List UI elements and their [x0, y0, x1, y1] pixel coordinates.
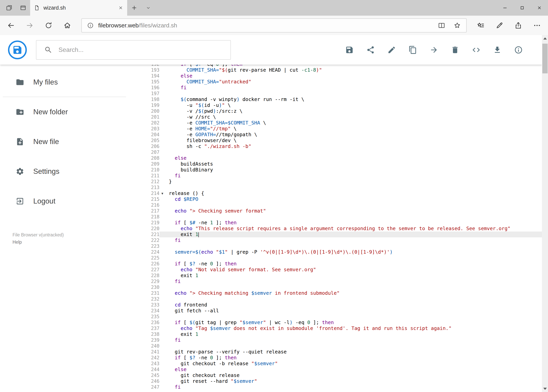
back-button[interactable]	[1, 16, 20, 35]
tabs-aside-icon[interactable]	[2, 0, 16, 16]
scroll-up-arrow[interactable]	[542, 35, 548, 42]
site-info-icon[interactable]	[87, 22, 94, 29]
code-line[interactable]: 196 fi	[137, 85, 542, 91]
favorite-star-icon[interactable]	[453, 21, 461, 29]
code-line[interactable]: 228 exit 1	[137, 273, 542, 279]
code-line[interactable]: 235	[137, 314, 542, 320]
share-edge-button[interactable]	[509, 16, 528, 35]
hub-button[interactable]	[471, 16, 490, 35]
help-link[interactable]: Help	[13, 238, 137, 246]
code-line[interactable]: 236 if [ $(git tag | grep "$semver" | wc…	[137, 320, 542, 325]
scrollbar-thumb[interactable]	[542, 44, 548, 73]
search-input[interactable]	[36, 40, 231, 60]
scroll-down-arrow[interactable]	[542, 385, 548, 392]
code-editor[interactable]: 192 if [ $? -eq 0 ]; then193 COMMIT_SHA=…	[137, 65, 542, 392]
code-line[interactable]: 244 else	[137, 367, 542, 372]
code-line[interactable]: 199 -u "$(id -u)" \	[137, 102, 542, 108]
code-line[interactable]: 237 echo "Tag $semver does not exist in …	[137, 325, 542, 331]
rename-button[interactable]	[387, 46, 396, 54]
code-line[interactable]: 206 sh -c "./wizard.sh -b"	[137, 143, 542, 149]
code-line[interactable]: 218	[137, 214, 542, 220]
forward-button[interactable]	[20, 16, 39, 35]
share-button[interactable]	[366, 46, 375, 54]
code-line[interactable]: 230	[137, 284, 542, 290]
code-line[interactable]: 242 if [ $? -ne 0 ]; then	[137, 355, 542, 361]
raw-editor-button[interactable]	[472, 46, 480, 54]
code-line[interactable]: 212}	[137, 179, 542, 185]
filebrowser-logo[interactable]	[8, 41, 27, 59]
code-line[interactable]: 233 cd frontend	[137, 302, 542, 308]
web-note-button[interactable]	[490, 16, 509, 35]
code-line[interactable]: 210 buildBinary	[137, 167, 542, 173]
home-button[interactable]	[58, 16, 77, 35]
code-line[interactable]: 198 $(command -v winpty) docker run --rm…	[137, 97, 542, 102]
code-line[interactable]: 220 echo "This release script requires a…	[137, 226, 542, 231]
code-line[interactable]: 197	[137, 91, 542, 97]
sidebar-item-settings[interactable]: Settings	[0, 157, 137, 186]
code-line[interactable]: 234 git fetch --all	[137, 308, 542, 314]
sidebar-item-new-file[interactable]: New file	[0, 127, 137, 157]
sidebar-item-my-files[interactable]: My files	[0, 67, 137, 97]
code-line[interactable]: 204 -e GOPATH=//tmp/gopath \	[137, 132, 542, 138]
code-line[interactable]: 205 filebrowser/dev \	[137, 138, 542, 143]
code-line[interactable]: 215 cd $REPO	[137, 196, 542, 202]
code-line[interactable]: 192 if [ $? -eq 0 ]; then	[137, 65, 542, 67]
more-button[interactable]	[528, 16, 547, 35]
code-line[interactable]: 227 echo "Not valid semver format. See s…	[137, 267, 542, 273]
code-line[interactable]: 225	[137, 255, 542, 261]
code-line[interactable]: 203 -e HOME="//tmp" \	[137, 126, 542, 132]
code-line[interactable]: 226 if [ $? -ne 0 ]; then	[137, 261, 542, 267]
code-line[interactable]: 208 else	[137, 155, 542, 161]
code-line[interactable]: 202 -e COMMIT_SHA=$COMMIT_SHA \	[137, 120, 542, 126]
new-tab-button[interactable]	[127, 0, 141, 16]
code-line[interactable]: 224 semver=$(echo "$1" | grep -P '^v(0|[…	[137, 249, 542, 255]
download-button[interactable]	[493, 46, 502, 54]
code-line[interactable]: 223	[137, 243, 542, 249]
code-line[interactable]: 229 fi	[137, 279, 542, 284]
code-line[interactable]: 211 fi	[137, 173, 542, 179]
save-button[interactable]	[345, 46, 354, 54]
code-line[interactable]: 232	[137, 296, 542, 302]
close-button[interactable]	[531, 0, 548, 16]
reading-view-icon[interactable]	[438, 21, 445, 29]
code-line[interactable]: 238 exit 1	[137, 331, 542, 337]
sidebar-item-new-folder[interactable]: New folder	[0, 97, 137, 127]
url-text[interactable]: filebrowser.web/files/wizard.sh	[98, 22, 430, 29]
minimize-button[interactable]	[496, 0, 513, 16]
code-line[interactable]: 216	[137, 202, 542, 208]
move-button[interactable]	[430, 46, 438, 54]
code-line[interactable]: 195 COMMIT_SHA="untracked"	[137, 79, 542, 85]
maximize-button[interactable]	[513, 0, 531, 16]
copy-button[interactable]	[409, 46, 417, 54]
code-line[interactable]: 201 -w //src \	[137, 114, 542, 120]
vertical-scrollbar[interactable]	[542, 35, 548, 392]
code-line[interactable]: 217 echo "> Checking semver format"	[137, 208, 542, 214]
tab-close-icon[interactable]	[118, 5, 123, 10]
code-line[interactable]: 219 if [ $# -ne 1 ]; then	[137, 220, 542, 226]
info-button[interactable]	[514, 46, 523, 54]
refresh-button[interactable]	[39, 16, 58, 35]
delete-button[interactable]	[451, 46, 459, 54]
address-bar[interactable]: filebrowser.web/files/wizard.sh	[81, 18, 467, 33]
code-line[interactable]: 214▾release () {	[137, 190, 542, 196]
code-line[interactable]: 207	[137, 149, 542, 155]
code-line[interactable]: 213	[137, 185, 542, 190]
code-line[interactable]: 239 fi	[137, 337, 542, 343]
code-line[interactable]: 193 COMMIT_SHA="$(git rev-parse HEAD | c…	[137, 67, 542, 73]
code-line[interactable]: 200 -v /$(pwd):/src:z \	[137, 108, 542, 114]
code-line[interactable]: 241 git rev-parse --verify --quiet relea…	[137, 349, 542, 355]
code-line[interactable]: 209 buildAssets	[137, 161, 542, 167]
code-line[interactable]: 247 fi	[137, 384, 542, 390]
sidebar-item-logout[interactable]: Logout	[0, 186, 137, 216]
code-line[interactable]: 221 exit 1	[137, 231, 542, 237]
code-line[interactable]: 231 echo "> Checking matching $semver in…	[137, 290, 542, 296]
code-line[interactable]: 245 git checkout release	[137, 372, 542, 378]
code-line[interactable]: 243 git checkout -b release "$semver"	[137, 361, 542, 367]
tab-preview-chevron-icon[interactable]	[141, 0, 155, 16]
browser-tab[interactable]: wizard.sh	[30, 0, 127, 16]
set-tabs-aside-icon[interactable]	[16, 0, 30, 16]
code-line[interactable]: 246 git reset --hard "$semver"	[137, 378, 542, 384]
code-line[interactable]: 240	[137, 343, 542, 349]
code-line[interactable]: 194 else	[137, 73, 542, 79]
fold-marker-icon[interactable]: ▾	[161, 190, 163, 196]
